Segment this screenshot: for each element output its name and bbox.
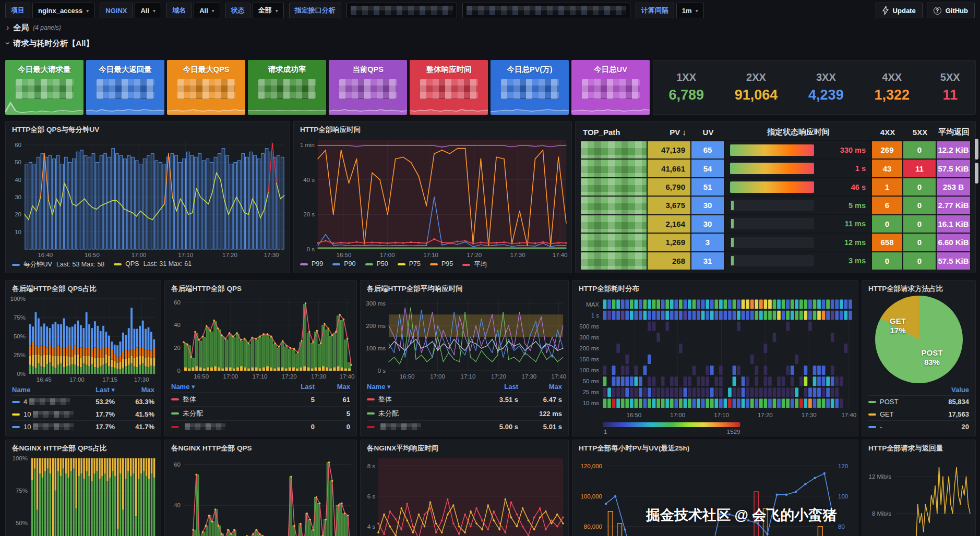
legend-col-header[interactable] xyxy=(868,384,924,395)
svg-text:100 ms: 100 ms xyxy=(579,367,599,373)
redacted-input[interactable] xyxy=(462,3,630,18)
legend-swatch xyxy=(367,398,375,400)
scrollbar-thumb[interactable] xyxy=(975,163,978,184)
legend-series-name[interactable]: - xyxy=(868,420,924,433)
legend-item[interactable]: P50 xyxy=(365,260,388,269)
github-button[interactable]: ? GitHub xyxy=(927,3,975,18)
panel-title[interactable]: 各后端HTTP全部 QPS占比 xyxy=(6,281,161,295)
panel-title[interactable]: HTTP全部每小时PV与UV(最近25h) xyxy=(572,440,858,454)
svg-text:100 ms: 100 ms xyxy=(366,345,386,351)
domain-select[interactable]: All▾ xyxy=(194,3,220,18)
svg-text:17:10: 17:10 xyxy=(423,252,438,258)
avg-return-cell: 16.1 KiB xyxy=(937,215,971,233)
panel-top-path-table: TOP_PathPV ↓UV指定状态响应时间4XX5XX平均返回47,13965… xyxy=(575,121,976,273)
row-header-global[interactable]: › 全局 (4 panels) xyxy=(0,21,980,34)
redacted-text xyxy=(467,6,626,15)
response-time-value: 3 ms xyxy=(848,257,866,265)
legend-col-header[interactable]: Value xyxy=(924,384,969,395)
update-button[interactable]: Update xyxy=(876,3,923,18)
pv-cell: 2,164 xyxy=(648,215,691,233)
legend-col-header[interactable]: Name ▾ xyxy=(367,381,474,392)
legend-series-name[interactable]: POST xyxy=(868,395,924,408)
response-time-value: 5 ms xyxy=(848,201,866,210)
panel-title[interactable]: HTTP全部响应时间 xyxy=(294,121,571,136)
column-header[interactable]: UV xyxy=(691,128,725,137)
stat-tile[interactable]: 请求成功率 xyxy=(248,60,326,115)
legend-stats: Last: 53 Max: 58 xyxy=(56,261,104,268)
panel-title[interactable]: HTTP全部请求与返回量 xyxy=(862,440,975,454)
legend-item[interactable]: QPSLast: 31 Max: 61 xyxy=(114,260,192,269)
panel-title[interactable]: HTTP全部请求方法占比 xyxy=(862,281,975,295)
legend-col-header[interactable]: Max xyxy=(315,381,350,392)
legend-item[interactable]: P99 xyxy=(300,260,323,269)
legend-item[interactable]: P75 xyxy=(398,260,421,269)
legend-item[interactable]: P90 xyxy=(332,260,355,269)
stat-tile-value-redacted xyxy=(339,79,397,99)
section-header-analysis[interactable]: › 请求与耗时分析【All】 xyxy=(0,34,980,52)
legend-col-header[interactable]: Max xyxy=(115,384,154,395)
legend-value: 41.5% xyxy=(115,408,154,420)
svg-text:300 ms: 300 ms xyxy=(366,300,386,307)
domain-label: 域名 xyxy=(166,3,192,18)
panel-nginx-response: 各NGINX平均响应时间 2 s4 s6 s8 s xyxy=(360,440,569,536)
stat-tile[interactable]: 今日总PV(万) xyxy=(491,60,569,115)
response-time-cell: 1 s xyxy=(725,160,872,177)
panel-title[interactable]: 各后端HTTP全部 QPS xyxy=(165,281,356,295)
interval-select[interactable]: 1m▾ xyxy=(676,3,704,18)
legend-swatch xyxy=(398,263,405,265)
legend-series-name[interactable]: 10 xyxy=(12,420,75,433)
legend-item[interactable]: 平均 xyxy=(462,260,487,269)
legend-col-header[interactable]: Max xyxy=(518,381,562,392)
panel-title[interactable]: HTTP全部耗时分布 xyxy=(572,281,858,295)
legend-series-name[interactable] xyxy=(367,420,474,433)
legend-series-name[interactable]: 未分配 xyxy=(171,406,279,420)
column-header[interactable]: PV ↓ xyxy=(648,128,691,137)
legend-swatch xyxy=(365,263,373,265)
stat-tile[interactable]: 今日总UV xyxy=(571,60,650,115)
legend-value xyxy=(279,406,315,420)
legend-item[interactable]: P95 xyxy=(430,260,453,269)
redacted-input[interactable] xyxy=(346,3,457,18)
legend-series-name[interactable]: 整体 xyxy=(367,392,474,406)
column-header[interactable]: 5XX xyxy=(903,128,937,137)
stat-tile[interactable]: 今日最大请求量 xyxy=(5,60,83,115)
panel-title[interactable]: 各NGINX HTTP全部 QPS占比 xyxy=(6,440,161,454)
legend-col-header[interactable]: Last xyxy=(279,381,315,392)
panel-title[interactable]: HTTP全部 QPS与每分钟UV xyxy=(6,121,290,136)
panel-title[interactable]: 各后端HTTP全部平均响应时间 xyxy=(361,281,568,295)
column-header[interactable]: 指定状态响应时间 xyxy=(725,127,872,137)
status-select[interactable]: 全部▾ xyxy=(253,3,284,18)
column-header[interactable]: 平均返回 xyxy=(937,127,971,137)
4xx-cell: 658 xyxy=(872,234,903,251)
legend-col-header[interactable]: Name xyxy=(12,384,75,395)
stat-tile[interactable]: 今日最大QPS xyxy=(167,60,245,115)
project-select[interactable]: nginx_access▾ xyxy=(32,3,94,18)
column-header[interactable]: TOP_Path xyxy=(581,128,648,137)
legend-series-name[interactable]: 未分配 xyxy=(367,406,474,420)
stat-tile[interactable]: 当前QPS xyxy=(329,60,407,115)
scrollbar-thumb[interactable] xyxy=(975,139,978,160)
legend-series-name[interactable]: 4 xyxy=(12,395,75,408)
legend-series-name[interactable]: GET xyxy=(868,408,924,420)
row-title: 全局 xyxy=(13,23,29,33)
legend-col-header[interactable]: Last ▾ xyxy=(75,384,115,395)
column-header[interactable]: 4XX xyxy=(872,128,903,137)
legend-swatch xyxy=(367,412,375,415)
stat-tile[interactable]: 今日最大返回量 xyxy=(86,60,164,115)
panel-duration-heatmap: HTTP全部耗时分布 16:5017:0017:1017:2017:3017:4… xyxy=(572,280,858,436)
legend-value: 53.2% xyxy=(75,395,115,408)
legend-series-name[interactable]: 10 xyxy=(12,408,75,420)
legend-col-header[interactable]: Last xyxy=(474,381,518,392)
avg-return-cell: 12.2 KiB xyxy=(937,141,971,159)
nginx-select[interactable]: All▾ xyxy=(135,3,161,18)
legend-col-header[interactable]: Name ▾ xyxy=(171,381,279,392)
legend-series-name[interactable] xyxy=(171,420,279,433)
panel-title[interactable]: 各NGINX HTTP全部 QPS xyxy=(165,440,356,454)
status-code-stat: 2XX91,064 xyxy=(735,71,778,103)
legend-item[interactable]: 每分钟UVLast: 53 Max: 58 xyxy=(12,260,104,269)
stat-tile[interactable]: 整体响应时间 xyxy=(410,60,488,115)
panel-title[interactable]: 各NGINX平均响应时间 xyxy=(361,440,568,454)
legend-series-name[interactable]: 整体 xyxy=(171,392,279,406)
svg-text:20: 20 xyxy=(15,211,21,217)
svg-text:1: 1 xyxy=(604,429,607,435)
